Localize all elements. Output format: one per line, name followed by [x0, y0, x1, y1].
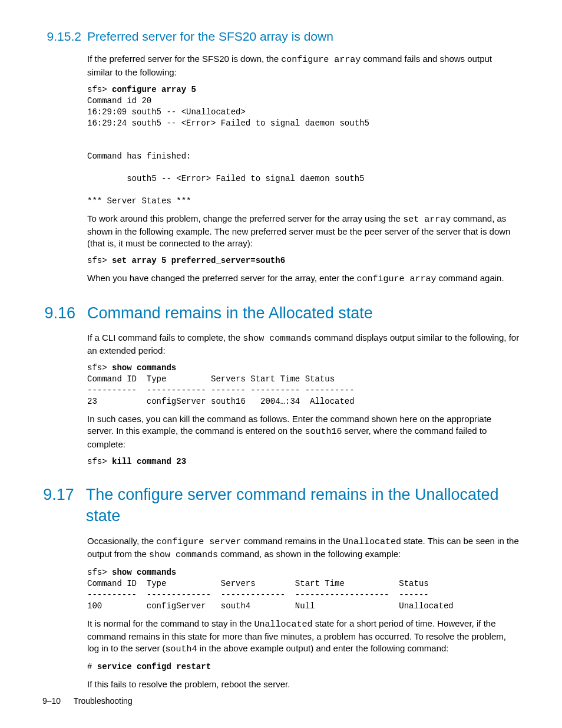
paragraph: If a CLI command fails to complete, the …	[87, 332, 520, 357]
inline-code: show commands	[243, 334, 312, 344]
code-block: sfs> configure array 5 Command id 20 16:…	[87, 84, 520, 207]
section-number: 9.17	[42, 484, 86, 527]
inline-code: Unallocated	[254, 620, 312, 630]
inline-code: configure server	[156, 537, 241, 547]
section-number: 9.15.2	[42, 28, 87, 45]
code-block: sfs> show commands Command ID Type Serve…	[87, 363, 520, 407]
code-block: sfs> kill command 23	[87, 456, 520, 467]
paragraph: When you have changed the preferred serv…	[87, 272, 520, 285]
paragraph: If this fails to resolve the problem, re…	[87, 678, 520, 690]
inline-code: configure array	[356, 274, 436, 284]
section-9-17-body: Occasionally, the configure server comma…	[87, 535, 520, 691]
section-title: Preferred server for the SFS20 array is …	[87, 28, 333, 45]
chapter-name: Troubleshooting	[74, 696, 133, 706]
page-number: 9–10	[42, 696, 61, 707]
code-block: sfs> set array 5 preferred_server=south6	[87, 255, 520, 266]
paragraph: It is normal for the command to stay in …	[87, 618, 520, 656]
paragraph: In such cases, you can kill the command …	[87, 413, 520, 450]
inline-code: configure array	[281, 55, 361, 65]
inline-code: Unallocated	[343, 537, 401, 547]
paragraph: To work around this problem, change the …	[87, 213, 520, 250]
code-block: sfs> show commands Command ID Type Serve…	[87, 567, 520, 612]
inline-code: south16	[305, 427, 342, 437]
section-9-16-heading: 9.16 Command remains in the Allocated st…	[42, 302, 520, 324]
section-title: Command remains in the Allocated state	[87, 302, 373, 324]
inline-code: south4	[166, 644, 197, 654]
paragraph: Occasionally, the configure server comma…	[87, 535, 520, 562]
section-9-17-heading: 9.17 The configure server command remain…	[42, 484, 520, 527]
inline-code: show commands	[149, 550, 218, 560]
section-title: The configure server command remains in …	[86, 484, 520, 527]
page-footer: 9–10 Troubleshooting	[42, 696, 133, 707]
paragraph: If the preferred server for the SFS20 is…	[87, 53, 520, 78]
section-9-15-2-heading: 9.15.2 Preferred server for the SFS20 ar…	[42, 28, 520, 45]
inline-code: set array	[403, 215, 451, 225]
section-9-15-2-body: If the preferred server for the SFS20 is…	[87, 53, 520, 285]
section-number: 9.16	[42, 302, 87, 324]
code-block: # service configd restart	[87, 661, 520, 673]
section-9-16-body: If a CLI command fails to complete, the …	[87, 332, 520, 467]
